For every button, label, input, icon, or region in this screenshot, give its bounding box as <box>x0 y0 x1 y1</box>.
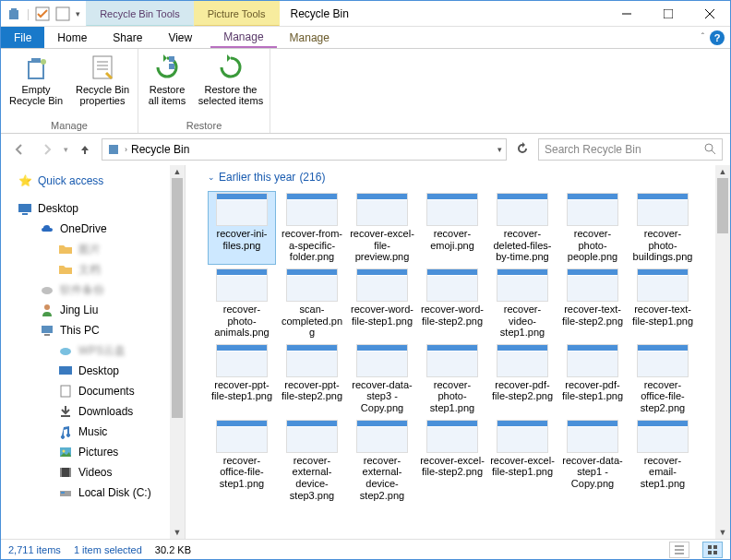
svg-rect-5 <box>664 9 673 18</box>
nav-quick-access[interactable]: ⭐ Quick access <box>1 171 185 191</box>
thumbnails-view-button[interactable] <box>702 542 723 558</box>
file-item[interactable]: recover-external-device-step2.png <box>348 418 416 504</box>
svg-rect-24 <box>42 326 53 333</box>
nav-folder-blurred-2[interactable]: 文档 <box>1 259 185 280</box>
file-item[interactable]: recover-ppt-file-step2.png <box>278 342 346 416</box>
file-item[interactable]: recover-ppt-file-step1.png <box>208 342 276 416</box>
minimize-button[interactable] <box>605 1 647 27</box>
nav-this-pc[interactable]: This PC <box>1 320 185 340</box>
nav-jing-liu[interactable]: Jing Liu <box>1 300 185 320</box>
close-button[interactable] <box>689 1 730 27</box>
empty-recycle-bin-button[interactable]: Empty Recycle Bin <box>6 53 66 106</box>
nav-documents[interactable]: Documents <box>1 381 185 401</box>
details-view-button[interactable] <box>669 542 689 558</box>
tab-view[interactable]: View <box>155 27 205 48</box>
file-item[interactable]: recover-emoji.png <box>418 191 486 265</box>
tab-home[interactable]: Home <box>44 27 100 48</box>
file-item[interactable]: recover-word-file-step2.png <box>418 267 486 340</box>
recycle-bin-properties-button[interactable]: Recycle Bin properties <box>73 53 132 106</box>
file-item[interactable]: recover-photo-buildings.png <box>629 191 697 265</box>
tab-share[interactable]: Share <box>100 27 155 48</box>
file-item[interactable]: recover-photo-animals.png <box>208 267 276 340</box>
svg-point-31 <box>63 450 66 453</box>
file-item[interactable]: recover-pdf-file-step2.png <box>488 342 557 416</box>
file-item[interactable]: recover-pdf-file-step1.png <box>558 342 627 416</box>
svg-rect-20 <box>18 204 31 212</box>
svg-rect-21 <box>22 213 28 215</box>
file-item[interactable]: recover-video-step1.png <box>488 267 557 340</box>
back-button[interactable] <box>8 138 30 161</box>
recent-locations-dropdown[interactable]: ▾ <box>64 145 68 154</box>
main-scrollbar[interactable]: ▲ ▼ <box>715 165 730 539</box>
nav-pc-desktop[interactable]: Desktop <box>1 361 185 381</box>
group-count: (216) <box>299 171 325 184</box>
nav-desktop[interactable]: Desktop <box>1 198 185 219</box>
file-thumbnail <box>216 344 268 377</box>
file-item[interactable]: recover-photo-people.png <box>558 191 627 265</box>
scroll-down-icon[interactable]: ▼ <box>170 526 185 539</box>
trash-empty-icon <box>21 53 51 82</box>
svg-rect-27 <box>59 366 72 375</box>
scroll-thumb[interactable] <box>717 178 728 233</box>
file-item[interactable]: recover-data-step3 - Copy.png <box>348 342 416 416</box>
scroll-down-icon[interactable]: ▼ <box>715 526 730 539</box>
search-icon <box>703 142 716 158</box>
maximize-button[interactable] <box>647 1 689 27</box>
file-thumbnail <box>637 344 689 377</box>
checkbox-unchecked-icon[interactable] <box>55 6 70 21</box>
file-item[interactable]: recover-office-file-step2.png <box>629 342 697 416</box>
nav-videos[interactable]: Videos <box>1 462 185 483</box>
file-item[interactable]: recover-excel-file-preview.png <box>348 191 416 265</box>
qat-dropdown-icon[interactable]: ▾ <box>76 9 80 18</box>
restore-selected-button[interactable]: Restore the selected items <box>198 53 264 106</box>
file-item[interactable]: recover-data-step1 - Copy.png <box>558 418 627 504</box>
group-header[interactable]: ⌄ Earlier this year (216) <box>186 165 730 189</box>
chevron-right-icon[interactable]: › <box>125 145 127 154</box>
tab-file[interactable]: File <box>1 27 44 48</box>
file-item[interactable]: recover-text-file-step1.png <box>629 267 697 340</box>
address-dropdown-icon[interactable]: ▾ <box>497 145 502 154</box>
nav-local-disk-c[interactable]: Local Disk (C:) <box>1 483 185 503</box>
file-item[interactable]: recover-deleted-files-by-time.png <box>488 191 557 265</box>
file-item[interactable]: recover-text-file-step2.png <box>558 267 627 340</box>
restore-all-button[interactable]: Restore all items <box>144 53 190 106</box>
file-item[interactable]: recover-from-a-specific-folder.png <box>278 191 346 265</box>
tab-manage-recycle[interactable]: Manage <box>210 27 276 48</box>
address-location[interactable]: Recycle Bin <box>131 143 189 156</box>
file-label: recover-office-file-step2.png <box>630 379 695 414</box>
file-item[interactable]: recover-excel-file-step1.png <box>488 418 557 504</box>
label: Restore the selected items <box>198 84 264 106</box>
scroll-up-icon[interactable]: ▲ <box>170 165 185 178</box>
search-box[interactable]: Search Recycle Bin <box>538 138 723 161</box>
nav-music[interactable]: Music <box>1 422 185 442</box>
nav-folder-blurred-3[interactable]: 软件备份 <box>1 280 185 300</box>
file-label: recover-text-file-step2.png <box>560 304 625 327</box>
address-bar[interactable]: › Recycle Bin ▾ <box>102 138 507 161</box>
file-item[interactable]: recover-word-file-step1.png <box>348 267 416 340</box>
file-item[interactable]: recover-email-step1.png <box>629 418 697 504</box>
file-item[interactable]: recover-external-device-step3.png <box>278 418 346 504</box>
file-thumbnail <box>286 268 338 302</box>
tab-manage-picture[interactable]: Manage <box>277 27 342 48</box>
nav-downloads[interactable]: Downloads <box>1 401 185 422</box>
help-icon[interactable]: ? <box>710 30 725 45</box>
checkbox-checked-icon[interactable] <box>35 6 50 21</box>
collapse-ribbon-icon[interactable]: ˆ <box>701 32 704 42</box>
up-button[interactable] <box>74 138 96 161</box>
forward-button[interactable] <box>36 138 58 161</box>
refresh-button[interactable] <box>512 142 533 158</box>
file-item[interactable]: scan-completed.png <box>278 267 346 340</box>
file-item[interactable]: recover-ini-files.png <box>208 191 276 265</box>
scroll-up-icon[interactable]: ▲ <box>715 165 730 178</box>
file-item[interactable]: recover-office-file-step1.png <box>208 418 276 504</box>
nav-onedrive[interactable]: OneDrive <box>1 219 185 239</box>
scroll-thumb[interactable] <box>172 178 183 418</box>
nav-scrollbar[interactable]: ▲ ▼ <box>170 165 185 539</box>
file-item[interactable]: recover-excel-file-step2.png <box>418 418 486 504</box>
nav-folder-blurred-1[interactable]: 图片 <box>1 239 185 259</box>
context-tab-recycle-bin-tools[interactable]: Recycle Bin Tools <box>86 1 194 26</box>
context-tab-picture-tools[interactable]: Picture Tools <box>194 1 280 26</box>
nav-folder-blurred-4[interactable]: WPS云盘 <box>1 340 185 361</box>
nav-pictures[interactable]: Pictures <box>1 442 185 462</box>
file-item[interactable]: recover-photo-step1.png <box>418 342 486 416</box>
